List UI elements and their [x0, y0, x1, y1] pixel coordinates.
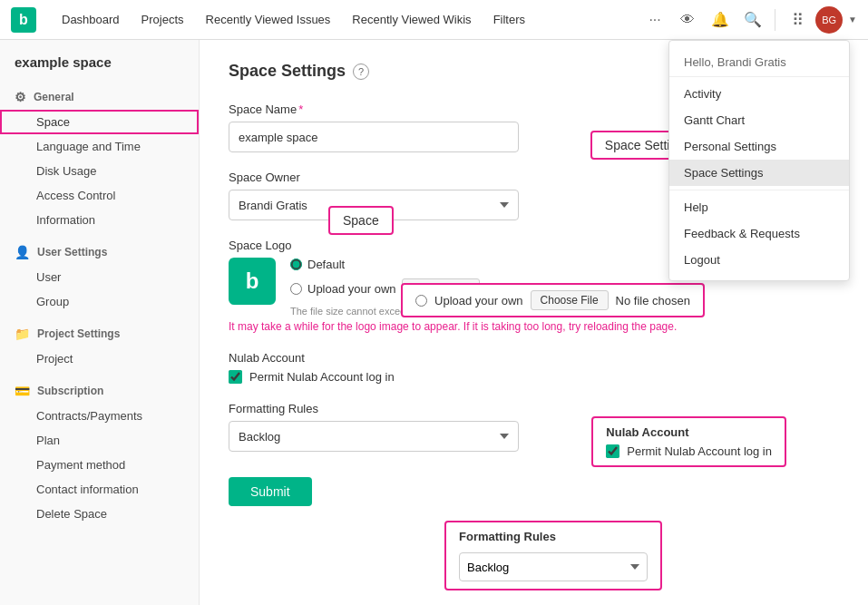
dropdown-item-logout[interactable]: Logout [669, 247, 849, 273]
sidebar-user-header: 👤 User Settings [0, 239, 199, 265]
sidebar-user-label: User Settings [37, 246, 107, 259]
page-title: Space Settings [229, 62, 346, 81]
sidebar-item-group[interactable]: Group [0, 289, 199, 314]
dropdown-item-feedback[interactable]: Feedback & Requests [669, 220, 849, 247]
sidebar-section-subscription: 💳 Subscription Contracts/Payments Plan P… [0, 378, 199, 526]
apps-button[interactable]: ⠿ [783, 5, 812, 34]
nulab-account-label: Nulab Account [229, 351, 839, 365]
sidebar-item-access[interactable]: Access Control [0, 183, 199, 208]
sidebar-project-label: Project Settings [37, 327, 120, 340]
callout-nulab-label: Permit Nulab Account log in [627, 444, 772, 458]
sidebar-subscription-label: Subscription [37, 385, 103, 397]
sidebar-item-language[interactable]: Language and Time [0, 134, 199, 159]
dropdown-greeting: Hello, Brandi Gratis [669, 48, 849, 77]
sidebar-item-disk[interactable]: Disk Usage [0, 159, 199, 183]
avatar-initials: BG [822, 15, 836, 25]
permit-nulab-label: Permit Nulab Account log in [249, 370, 395, 384]
nav-filters[interactable]: Filters [483, 0, 536, 40]
callout-nulab: Nulab Account Permit Nulab Account log i… [591, 416, 786, 467]
callout-choose-file-button[interactable]: Choose File [531, 290, 609, 310]
dropdown-item-activity[interactable]: Activity [669, 81, 849, 107]
topnav-links: Dashboard Projects Recently Viewed Issue… [51, 0, 640, 40]
callout-nulab-checkbox[interactable] [606, 444, 619, 458]
radio-default-row: Default [290, 258, 548, 271]
app-logo[interactable]: b [11, 7, 36, 33]
dropdown-divider [669, 190, 849, 190]
sidebar-project-header: 📁 Project Settings [0, 321, 199, 346]
sidebar-section-user: 👤 User Settings User Group [0, 239, 199, 314]
callout-nulab-title: Nulab Account [606, 425, 772, 439]
user-dropdown: Hello, Brandi Gratis Activity Gantt Char… [668, 40, 850, 281]
sidebar-item-contracts[interactable]: Contracts/Payments [0, 404, 199, 428]
sidebar-item-user[interactable]: User [0, 265, 199, 289]
callout-formatting-title: Formatting Rules [459, 530, 648, 543]
dropdown-item-gantt[interactable]: Gantt Chart [669, 107, 849, 133]
sidebar-general-label: General [34, 91, 74, 103]
payment-icon: 💳 [15, 384, 30, 398]
callout-formatting: Formatting Rules Backlog Markdown [444, 521, 662, 590]
dropdown-item-space-settings[interactable]: Space Settings [669, 160, 849, 186]
nav-recently-viewed-issues[interactable]: Recently Viewed Issues [195, 0, 342, 40]
logo-preview: b [229, 258, 276, 305]
nav-recently-viewed-wikis[interactable]: Recently Viewed Wikis [341, 0, 482, 40]
nulab-account-section: Nulab Account Permit Nulab Account log i… [229, 351, 839, 384]
radio-upload[interactable] [290, 283, 302, 295]
nav-projects[interactable]: Projects [131, 0, 195, 40]
gear-icon: ⚙ [15, 90, 26, 104]
avatar[interactable]: BG [815, 6, 843, 34]
required-indicator: * [298, 102, 303, 116]
formatting-rules-select[interactable]: Backlog Markdown [229, 421, 519, 452]
callout-no-file-text: No file chosen [616, 294, 690, 307]
radio-default-label: Default [307, 258, 345, 271]
callout-space-label: Space [328, 206, 394, 235]
user-icon: 👤 [15, 245, 30, 259]
search-button[interactable]: 🔍 [738, 5, 767, 34]
folder-icon: 📁 [15, 327, 30, 341]
logo-warning: It may take a while for the logo image t… [229, 320, 839, 333]
sidebar-item-delete-space[interactable]: Delete Space [0, 502, 199, 526]
callout-upload: Upload your own Choose File No file chos… [401, 283, 705, 317]
sidebar-item-plan[interactable]: Plan [0, 428, 199, 453]
dropdown-item-personal-settings[interactable]: Personal Settings [669, 133, 849, 160]
sidebar-item-project[interactable]: Project [0, 346, 199, 371]
formatting-rules-label: Formatting Rules [229, 402, 839, 415]
callout-formatting-select[interactable]: Backlog Markdown [459, 552, 648, 581]
callout-upload-text: Upload your own [434, 294, 523, 307]
sidebar-item-payment[interactable]: Payment method [0, 453, 199, 477]
topnav-divider [775, 9, 775, 31]
radio-upload-label: Upload your own [307, 282, 396, 296]
sidebar-item-information[interactable]: Information [0, 208, 199, 232]
permit-nulab-checkbox[interactable] [229, 370, 242, 384]
sidebar-section-project: 📁 Project Settings Project [0, 321, 199, 371]
help-icon[interactable]: ? [353, 63, 369, 80]
sidebar-subscription-header: 💳 Subscription [0, 378, 199, 404]
notifications-button[interactable]: 🔔 [706, 5, 735, 34]
sidebar-space-name: example space [0, 54, 199, 84]
sidebar-item-contact[interactable]: Contact information [0, 477, 199, 502]
sidebar-item-space[interactable]: Space [0, 110, 199, 134]
callout-nulab-row: Permit Nulab Account log in [606, 444, 772, 458]
callout-upload-radio[interactable] [415, 295, 427, 307]
topnav-right: ··· 👁 🔔 🔍 ⠿ BG ▼ [640, 5, 857, 34]
topnav: b Dashboard Projects Recently Viewed Iss… [0, 0, 868, 40]
sidebar-general-header: ⚙ General [0, 84, 199, 110]
sidebar: example space ⚙ General Space Language a… [0, 40, 200, 605]
more-button[interactable]: ··· [640, 5, 669, 34]
sidebar-section-general: ⚙ General Space Language and Time Disk U… [0, 84, 199, 232]
radio-default[interactable] [290, 259, 302, 270]
submit-button[interactable]: Submit [229, 477, 312, 506]
nav-dashboard[interactable]: Dashboard [51, 0, 131, 40]
space-name-input[interactable] [229, 122, 519, 152]
dropdown-item-help[interactable]: Help [669, 194, 849, 220]
permit-nulab-row: Permit Nulab Account log in [229, 370, 839, 384]
watch-button[interactable]: 👁 [673, 5, 702, 34]
avatar-caret-icon[interactable]: ▼ [848, 15, 857, 24]
